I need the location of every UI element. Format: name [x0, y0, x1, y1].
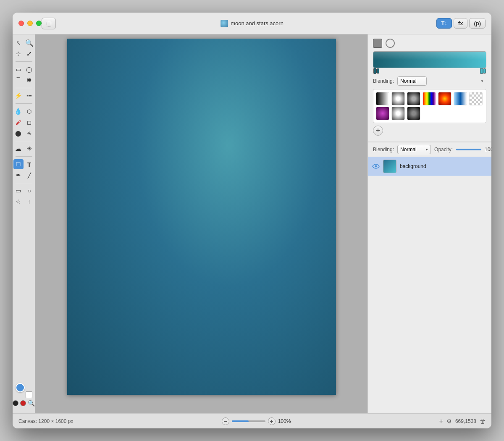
- maximize-button[interactable]: [36, 21, 42, 26]
- tool-row-7: 🖌 ◻: [13, 117, 34, 127]
- gradient-stop-right[interactable]: [480, 69, 486, 73]
- preset-dark-radial[interactable]: [407, 107, 420, 120]
- smudge-tool[interactable]: ⬤: [13, 128, 24, 138]
- magnify-icon[interactable]: 🔍: [28, 400, 35, 407]
- tool-row-1: ↖ 🔍: [13, 38, 34, 48]
- preset-blue-stripe[interactable]: [454, 92, 467, 105]
- rect-draw-tool[interactable]: ▭: [13, 186, 24, 196]
- pen-tool[interactable]: ✒: [13, 170, 24, 180]
- transform-tool[interactable]: ⤢: [24, 49, 34, 59]
- preset-bw[interactable]: [376, 92, 389, 105]
- tool-row-6: 💧 ⬡: [13, 106, 34, 116]
- document-icon: [220, 20, 228, 27]
- preset-gray-radial[interactable]: [391, 107, 405, 120]
- preset-radial-warm[interactable]: [438, 92, 452, 105]
- sidebar-toggle-button[interactable]: ⬚: [42, 18, 56, 29]
- layers-panel-button[interactable]: T↕: [436, 18, 452, 29]
- zoom-tool[interactable]: 🔍: [24, 38, 34, 48]
- stroke-toggle[interactable]: [386, 39, 395, 48]
- close-button[interactable]: [18, 21, 24, 26]
- fill-stroke-area: Blending: Normal Multiply Screen Overlay: [368, 34, 491, 142]
- rect-select-tool[interactable]: ▭: [13, 64, 24, 74]
- tool-separator-3: [16, 103, 32, 104]
- titlebar-right: T↕ fx (p): [436, 18, 486, 29]
- preset-purple[interactable]: [376, 107, 389, 120]
- layer-item-background[interactable]: background: [368, 157, 491, 176]
- zoom-in-button[interactable]: +: [268, 417, 276, 425]
- magic-lasso-tool[interactable]: ✱: [24, 75, 34, 85]
- preset-checker[interactable]: [469, 92, 483, 105]
- rect-shape-tool[interactable]: □: [13, 159, 24, 169]
- canvas-wrapper: [67, 39, 336, 395]
- tool-row-9: ☁ ☀: [13, 144, 34, 154]
- fill-stroke-toggles: [373, 39, 486, 48]
- gradient-bar[interactable]: [373, 51, 486, 68]
- tool-separator-2: [16, 88, 32, 88]
- star-draw-tool[interactable]: ☆: [13, 197, 24, 207]
- zoom-out-button[interactable]: −: [222, 417, 229, 425]
- add-gradient-button[interactable]: +: [373, 126, 383, 136]
- layers-controls: Blending: Normal Multiply Screen Overlay…: [368, 142, 491, 157]
- lasso-tool[interactable]: ⌒: [13, 75, 24, 85]
- layers-blending-select-wrapper: Normal Multiply Screen Overlay: [397, 145, 431, 154]
- zoom-value: 100%: [278, 418, 291, 424]
- red-swatch[interactable]: [20, 400, 26, 406]
- layer-visibility-toggle[interactable]: [372, 163, 380, 170]
- zoom-slider-fill: [232, 420, 249, 422]
- crop-tool[interactable]: ⊹: [13, 49, 24, 59]
- arrow-draw-tool[interactable]: ↑: [24, 197, 34, 207]
- delete-layer-button[interactable]: 🗑: [480, 418, 486, 425]
- tool-separator-6: [16, 183, 32, 183]
- tool-row-13: ☆ ↑: [13, 197, 34, 207]
- line-tool[interactable]: ╱: [24, 170, 34, 180]
- minimize-button[interactable]: [27, 21, 33, 26]
- opacity-slider[interactable]: [456, 149, 481, 150]
- fill-toggle[interactable]: [373, 39, 382, 48]
- layers-blending-row: Blending: Normal Multiply Screen Overlay…: [373, 145, 491, 154]
- eraser-tool[interactable]: ◻: [24, 117, 34, 127]
- add-layer-button[interactable]: +: [439, 417, 443, 425]
- black-swatch[interactable]: [13, 400, 18, 406]
- p-panel-button[interactable]: (p): [469, 18, 486, 29]
- preset-radial-gray[interactable]: [391, 92, 405, 105]
- preset-radial-dark[interactable]: [407, 92, 420, 105]
- color-swatches: [16, 383, 32, 398]
- gradient-stop-left[interactable]: [373, 69, 379, 73]
- opacity-value: 100%: [485, 147, 491, 152]
- brightness-tool[interactable]: ☀: [24, 144, 34, 154]
- foreground-color-swatch[interactable]: [16, 383, 25, 392]
- layer-thumbnail-background: [383, 160, 396, 173]
- main-window: ⬚ moon and stars.acorn T↕ fx (p) ↖ 🔍 ⊹ ⤢: [13, 13, 491, 428]
- canvas[interactable]: [67, 39, 336, 395]
- color-select-tool[interactable]: ⩶: [24, 91, 34, 101]
- magic-wand-tool[interactable]: ⚡: [13, 91, 24, 101]
- fx-panel-button[interactable]: fx: [454, 18, 468, 29]
- tool-row-2: ⊹ ⤢: [13, 49, 34, 59]
- sharpen-tool[interactable]: ✳: [24, 128, 34, 138]
- tool-separator-5: [16, 156, 32, 157]
- tool-separator-4: [16, 141, 32, 141]
- background-color-swatch[interactable]: [26, 391, 32, 398]
- tool-row-12: ▭ ○: [13, 186, 34, 196]
- gradient-bar-shine: [373, 52, 486, 60]
- paintbrush-tool[interactable]: 🖌: [13, 117, 24, 127]
- canvas-area[interactable]: [35, 34, 368, 413]
- document-title: moon and stars.acorn: [231, 20, 284, 26]
- layers-blending-select[interactable]: Normal Multiply Screen Overlay: [397, 145, 431, 154]
- select-arrow-tool[interactable]: ↖: [13, 38, 24, 48]
- cloud-tool[interactable]: ☁: [13, 144, 24, 154]
- toolbar: ↖ 🔍 ⊹ ⤢ ▭ ◯ ⌒ ✱ ⚡ ⩶ 💧: [13, 34, 35, 413]
- ellipse-draw-tool[interactable]: ○: [24, 186, 34, 196]
- preset-rainbow[interactable]: [423, 92, 436, 105]
- zoom-slider[interactable]: [232, 420, 265, 422]
- paint-bucket-tool[interactable]: ⬡: [24, 106, 34, 116]
- layer-settings-button[interactable]: ⚙: [446, 418, 452, 425]
- blending-select-fill[interactable]: Normal Multiply Screen Overlay: [397, 76, 427, 86]
- eyedropper-tool[interactable]: 💧: [13, 106, 24, 116]
- tool-row-8: ⬤ ✳: [13, 128, 34, 138]
- main-content: ↖ 🔍 ⊹ ⤢ ▭ ◯ ⌒ ✱ ⚡ ⩶ 💧: [13, 34, 491, 413]
- ellipse-select-tool[interactable]: ◯: [24, 64, 34, 74]
- svg-point-0: [375, 165, 377, 168]
- text-tool[interactable]: T: [24, 159, 34, 169]
- tool-row-3: ▭ ◯: [13, 64, 34, 74]
